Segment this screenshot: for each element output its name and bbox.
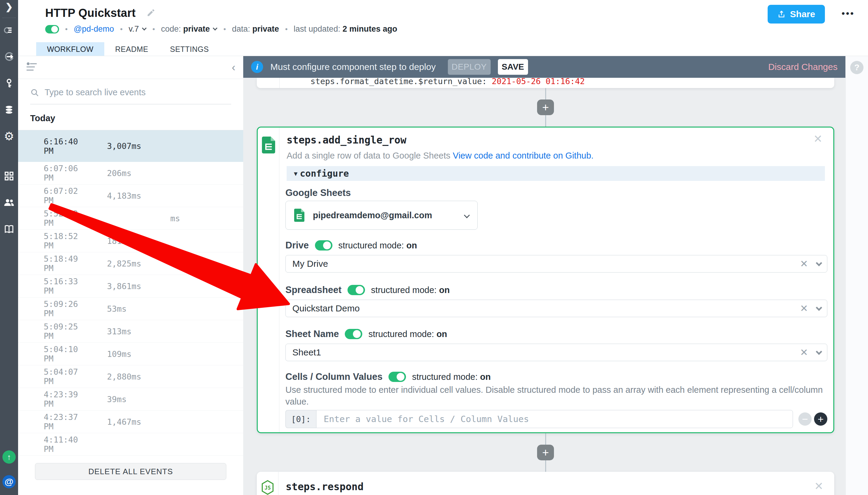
event-time: 6:07:02 PM: [44, 186, 89, 205]
collapse-panel-icon[interactable]: ‹: [232, 62, 236, 73]
mention-at-icon[interactable]: @: [2, 475, 16, 488]
event-row[interactable]: 5:18:52 PM 181ms: [18, 230, 243, 252]
clear-icon[interactable]: ✕: [800, 304, 808, 313]
event-row[interactable]: 4:23:39 PM 39ms: [18, 388, 243, 411]
field-label-spreadsheet: Spreadsheet: [285, 285, 342, 295]
tab-settings[interactable]: SETTINGS: [159, 42, 220, 56]
separator-dot: •: [120, 25, 122, 33]
code-visibility-selector[interactable]: code: private: [161, 24, 217, 34]
drive-select[interactable]: My Drive ✕: [285, 255, 827, 273]
apps-grid-icon[interactable]: [0, 169, 18, 183]
cells-structured-toggle[interactable]: [388, 372, 406, 382]
more-menu-button[interactable]: •••: [841, 8, 855, 19]
close-step-icon[interactable]: ✕: [814, 481, 823, 492]
remove-array-item-button[interactable]: −: [798, 412, 812, 426]
drive-structured-toggle[interactable]: [315, 240, 332, 251]
event-row[interactable]: 5:09:26 PM 53ms: [18, 297, 243, 320]
event-time: 5:18:49 PM: [44, 254, 89, 273]
deploy-button[interactable]: DEPLOY: [448, 59, 491, 75]
sheet-name-select[interactable]: Sheet1 ✕: [285, 344, 827, 361]
event-row[interactable]: 5:09:25 PM 313ms: [18, 320, 243, 343]
github-link[interactable]: View code and contribute on Github.: [453, 151, 593, 160]
add-step-button[interactable]: +: [537, 100, 554, 115]
event-duration: 313ms: [107, 327, 132, 336]
workflow-active-toggle[interactable]: [45, 25, 59, 33]
event-time: 6:07:06 PM: [44, 164, 89, 182]
step-connector: +: [243, 433, 845, 472]
event-row[interactable]: 4:11:40 PM: [18, 433, 243, 456]
tab-workflow[interactable]: WORKFLOW: [36, 42, 104, 56]
event-history-icon[interactable]: [0, 50, 18, 63]
deploy-up-icon[interactable]: ↑: [2, 450, 16, 464]
data-store-icon[interactable]: [0, 103, 18, 116]
sheet-name-value: Sheet1: [292, 347, 321, 358]
search-input[interactable]: [45, 87, 231, 97]
account-select[interactable]: pipedreamdemo@gmail.com: [285, 201, 478, 230]
owner-link[interactable]: @pd-demo: [73, 24, 114, 34]
chevron-down-icon: [816, 305, 822, 311]
header: HTTP Quickstart • @pd-demo • v.7 • code:…: [18, 0, 868, 42]
spreadsheet-structured-toggle[interactable]: [347, 285, 365, 295]
cells-value-input[interactable]: [316, 410, 793, 428]
docs-book-icon[interactable]: [0, 222, 18, 236]
key-icon[interactable]: [0, 76, 18, 90]
sheet-name-structured-toggle[interactable]: [345, 329, 362, 339]
expand-chevron-icon[interactable]: ❯: [0, 0, 18, 13]
event-duration: 2,880ms: [107, 372, 141, 381]
close-step-icon[interactable]: ✕: [813, 134, 822, 144]
event-row[interactable]: 6:07:02 PM 4,183ms: [18, 185, 243, 207]
step-icon-gutter: [258, 127, 279, 432]
event-row[interactable]: 4:23:37 PM 1,467ms: [18, 411, 243, 433]
help-button[interactable]: ?: [850, 61, 864, 74]
event-duration: 181ms: [107, 236, 132, 246]
version-selector[interactable]: v.7: [129, 24, 146, 34]
clear-icon[interactable]: ✕: [800, 347, 808, 357]
spreadsheet-select[interactable]: Quickstart Demo ✕: [285, 300, 827, 317]
workflow-canvas: i Must configure component step to deplo…: [243, 56, 845, 495]
discard-changes-link[interactable]: Discard Changes: [768, 62, 837, 72]
event-time: 5:18:52 PM: [44, 232, 89, 250]
event-row[interactable]: 5:18:49 PM 2,825ms: [18, 252, 243, 275]
event-row[interactable]: 5:52:02 PM ms: [18, 207, 243, 230]
clear-icon[interactable]: ✕: [800, 259, 808, 269]
gear-icon[interactable]: ⚙: [0, 130, 18, 143]
delete-all-events-button[interactable]: DELETE ALL EVENTS: [35, 463, 226, 480]
account-email: pipedreamdemo@gmail.com: [313, 210, 432, 220]
events-section-label: Today: [18, 104, 243, 130]
pipedream-logo-icon[interactable]: [0, 23, 18, 37]
add-step-button[interactable]: +: [537, 445, 554, 460]
share-button[interactable]: Share: [768, 5, 825, 23]
tab-bar: WORKFLOW README SETTINGS: [18, 42, 868, 56]
event-row[interactable]: 6:16:40 PM 3,007ms: [18, 130, 243, 162]
google-sheets-icon: [294, 209, 305, 222]
google-sheets-icon: [262, 137, 275, 153]
structured-mode-text: structured mode: on: [338, 241, 417, 251]
share-upload-icon: [777, 10, 786, 18]
save-button[interactable]: SAVE: [498, 59, 528, 75]
cells-array-row: [0]: − +: [285, 410, 827, 428]
caret-down-icon: ▼: [294, 170, 297, 177]
filter-sliders-icon[interactable]: [25, 62, 38, 73]
page-title: HTTP Quickstart: [45, 7, 136, 20]
configure-section-toggle[interactable]: ▼ configure: [287, 166, 825, 181]
step-connector: +: [243, 88, 845, 126]
event-row[interactable]: 6:07:06 PM 206ms: [18, 162, 243, 185]
spreadsheet-value: Quickstart Demo: [292, 303, 360, 313]
event-duration: 109ms: [107, 349, 132, 359]
event-duration: 4,183ms: [107, 191, 141, 201]
event-duration: 3,861ms: [107, 281, 141, 291]
event-row[interactable]: 5:04:07 PM 2,880ms: [18, 365, 243, 388]
people-icon[interactable]: [0, 196, 18, 209]
event-duration: 2,825ms: [107, 259, 141, 268]
event-row[interactable]: 5:04:10 PM 109ms: [18, 343, 243, 365]
separator-dot: •: [223, 25, 226, 33]
tab-readme[interactable]: README: [104, 42, 159, 56]
event-duration: 53ms: [107, 304, 126, 313]
add-array-item-button[interactable]: +: [814, 412, 827, 426]
add-single-row-step-card: steps.add_single_row ✕ Add a single row …: [257, 126, 834, 433]
event-row[interactable]: 5:16:33 PM 3,861ms: [18, 275, 243, 297]
event-duration: 3,007ms: [107, 141, 141, 151]
step-description: Add a single row of data to Google Sheet…: [287, 151, 450, 160]
edit-title-icon[interactable]: [146, 8, 156, 18]
event-duration: 1,467ms: [107, 417, 141, 427]
